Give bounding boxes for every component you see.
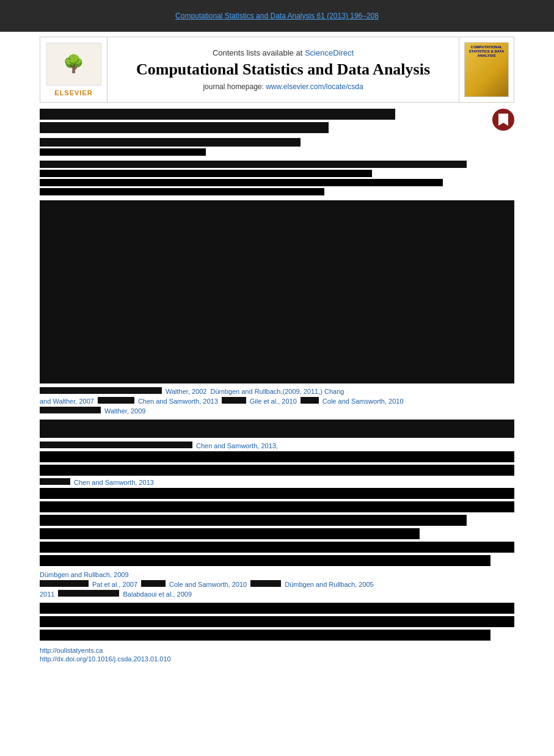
available-text: Contents lists available at ScienceDirec…	[213, 48, 354, 57]
citation-balabdaoui[interactable]: Balabdaoui et al., 2009	[123, 591, 192, 598]
journal-header: 🌳 ELSEVIER Contents lists available at S…	[40, 37, 514, 103]
redacted-bot-1	[40, 603, 514, 614]
footer-doi-link[interactable]: http://dx.doi.org/10.1016/j.csda.2013.01…	[40, 655, 514, 663]
redacted-mid-7	[40, 528, 420, 539]
citation-dumbgen-2009[interactable]: Dümbgen and Rullbach, 2009	[40, 571, 129, 578]
redacted-seg-2	[98, 397, 134, 404]
citation-section-1: Walther, 2002 Dümbgen and Rullbach,(2009…	[40, 387, 514, 415]
redacted-seg-10	[250, 580, 281, 587]
redacted-seg-7	[40, 478, 70, 485]
citation-row-dumbgen: Dümbgen and Rullbach, 2009	[40, 571, 514, 578]
article-info-3	[40, 179, 443, 186]
citation-cole-samsworth-2010[interactable]: Cole and Samsworth, 2010	[323, 398, 404, 405]
citation-row-2011: 2011 Balabdaoui et al., 2009	[40, 590, 514, 598]
redacted-mid-9	[40, 555, 490, 566]
citation-cole-samworth-2010b[interactable]: Cole and Samworth, 2010	[169, 581, 247, 588]
redacted-seg-3	[222, 397, 246, 404]
citation-section-bottom: Dümbgen and Rullbach, 2009 Pat et al., 2…	[40, 571, 514, 598]
redacted-mid-2	[40, 451, 514, 462]
bookmark-shape	[498, 114, 508, 126]
browser-url[interactable]: Computational Statistics and Data Analys…	[175, 12, 379, 20]
journal-center-info: Contents lists available at ScienceDirec…	[108, 37, 459, 102]
redacted-mid-4	[40, 488, 514, 499]
redacted-mid-5	[40, 501, 514, 512]
authors-block-2	[40, 148, 206, 156]
citation-row-chen: Chen and Samworth, 2013,	[40, 442, 514, 449]
redacted-seg-6	[40, 442, 192, 448]
bookmark-icon[interactable]	[492, 109, 514, 131]
citation-2011[interactable]: 2011	[40, 591, 54, 598]
redacted-seg-1	[40, 387, 162, 394]
redacted-mid-3	[40, 465, 514, 476]
right-logo-area: COMPUTATIONAL STATISTICS & DATA ANALYSIS	[459, 37, 514, 102]
redacted-bot-2	[40, 616, 514, 627]
elsevier-tree-icon: 🌳	[63, 56, 84, 73]
right-logo-box: COMPUTATIONAL STATISTICS & DATA ANALYSIS	[464, 42, 509, 97]
citation-chen-samworth-2013c[interactable]: Chen and Samworth, 2013	[74, 479, 154, 486]
authors-block-1	[40, 138, 301, 147]
footer-links: http://oulistatyents.ca http://dx.doi.or…	[40, 647, 514, 663]
homepage-text: journal homepage: www.elsevier.com/locat…	[203, 82, 363, 91]
citation-row-3: Walther, 2009	[40, 407, 514, 415]
footer-email-link[interactable]: http://oulistatyents.ca	[40, 647, 514, 654]
redacted-seg-11	[58, 590, 119, 597]
citation-row-pat: Pat et al., 2007 Cole and Samworth, 2010…	[40, 580, 514, 588]
main-content: Walther, 2002 Dümbgen and Rullbach,(2009…	[40, 109, 514, 663]
citation-walther-2007[interactable]: and Walther, 2007	[40, 398, 94, 405]
article-info-2	[40, 170, 372, 177]
elsevier-label: ELSEVIER	[54, 89, 92, 96]
authors-section	[40, 138, 514, 156]
redacted-mid-8	[40, 542, 514, 553]
title-section	[40, 109, 514, 133]
article-info-1	[40, 161, 467, 168]
citation-dumbgen-rullbach[interactable]: Dümbgen and Rullbach,(2009, 2011,) Chang	[210, 388, 344, 395]
title-line-2	[40, 122, 329, 133]
redacted-mid-1	[40, 420, 514, 438]
citation-gile-2010[interactable]: Gile et al., 2010	[250, 398, 297, 405]
browser-bar: Computational Statistics and Data Analys…	[0, 0, 554, 32]
citation-row-2: and Walther, 2007 Chen and Samworth, 201…	[40, 397, 514, 405]
citation-pat-2007[interactable]: Pat et al., 2007	[92, 581, 137, 588]
abstract-block	[40, 200, 514, 383]
elsevier-logo-area: 🌳 ELSEVIER	[40, 37, 108, 102]
citation-walther-2009[interactable]: Walther, 2009	[104, 407, 145, 415]
science-direct-link[interactable]: ScienceDirect	[305, 48, 354, 57]
citation-walther-2002[interactable]: Walther, 2002	[166, 388, 206, 395]
redacted-mid-6	[40, 515, 467, 526]
right-logo-title: COMPUTATIONAL STATISTICS & DATA ANALYSIS	[467, 45, 506, 59]
article-info-4	[40, 188, 324, 195]
citation-dumbgen-2005[interactable]: Dümbgen and Rullbach, 2005	[285, 581, 374, 588]
citation-row-1: Walther, 2002 Dümbgen and Rullbach,(2009…	[40, 387, 514, 395]
citation-chen-samworth-2013b[interactable]: Chen and Samworth, 2013,	[196, 442, 278, 449]
redacted-seg-5	[40, 407, 101, 413]
redacted-bot-3	[40, 630, 490, 641]
title-line-1	[40, 109, 395, 120]
journal-title: Computational Statistics and Data Analys…	[136, 60, 430, 79]
redacted-seg-4	[301, 397, 319, 404]
elsevier-logo-box: 🌳	[46, 43, 101, 85]
redacted-seg-8	[40, 580, 89, 587]
redacted-seg-9	[141, 580, 166, 587]
citation-row-chen-2: Chen and Samworth, 2013	[40, 478, 514, 486]
citation-chen-samworth-2013a[interactable]: Chen and Samworth, 2013	[138, 398, 218, 405]
homepage-link[interactable]: www.elsevier.com/locate/csda	[266, 82, 363, 91]
article-info	[40, 161, 514, 195]
